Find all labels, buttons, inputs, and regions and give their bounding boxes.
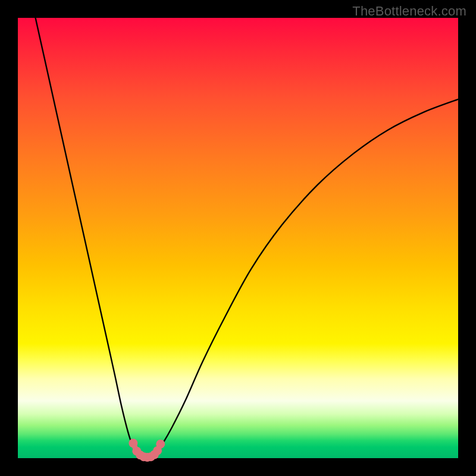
valley-marker-dot [129, 439, 137, 447]
curve-layer [18, 18, 458, 458]
line-right-branch [152, 99, 458, 456]
valley-marker-dot [156, 440, 165, 449]
plot-area [18, 18, 458, 458]
chart-frame: TheBottleneck.com [0, 0, 476, 476]
watermark-text: TheBottleneck.com [352, 4, 466, 19]
line-left-branch [36, 18, 140, 456]
valley-marker-dots [129, 439, 165, 462]
